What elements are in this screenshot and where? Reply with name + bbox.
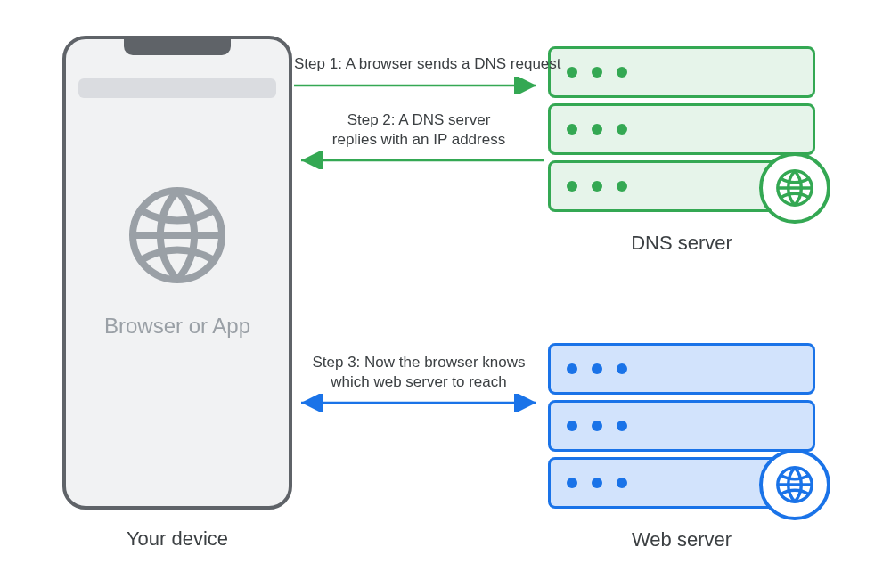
step-2-arrow [294,151,544,173]
indicator-dot [617,421,627,431]
indicator-dot [592,181,602,192]
server-rack [548,160,815,212]
server-rack [548,46,815,98]
server-rack [548,343,815,395]
globe-icon [124,276,231,291]
server-rack [548,400,815,452]
indicator-dot [617,363,627,374]
web-caption: Web server [544,528,820,551]
indicator-dot [592,124,602,135]
server-rack [548,457,815,509]
step-2-label-line1: Step 2: A DNS server [294,111,544,129]
indicator-dot [617,67,627,78]
indicator-dot [617,124,627,135]
device-caption: Your device [62,527,292,551]
web-globe-badge [759,449,830,520]
indicator-dot [567,363,577,374]
phone-center: Browser or App [66,182,289,339]
indicator-dot [617,181,627,192]
phone-device: Browser or App [62,36,292,510]
browser-or-app-label: Browser or App [66,314,289,339]
step-3-label-line1: Step 3: Now the browser knows [294,354,544,372]
address-bar [78,78,276,98]
indicator-dot [592,67,602,78]
step-1-label: Step 1: A browser sends a DNS request [294,55,544,73]
indicator-dot [617,478,627,488]
indicator-dot [567,67,577,78]
web-server [548,343,815,509]
phone-notch [124,36,231,55]
dns-globe-badge [759,152,830,224]
step-3-arrow [294,394,544,415]
dns-server [548,46,815,212]
indicator-dot [592,421,602,431]
indicator-dot [567,478,577,488]
indicator-dot [592,363,602,374]
step-3-label-line2: which web server to reach [294,373,544,391]
step-2-label-line2: replies with an IP address [294,131,544,149]
indicator-dot [592,478,602,488]
indicator-dot [567,421,577,431]
server-rack [548,103,815,155]
dns-caption: DNS server [544,232,820,255]
indicator-dot [567,181,577,192]
indicator-dot [567,124,577,135]
step-1-arrow [294,77,544,98]
